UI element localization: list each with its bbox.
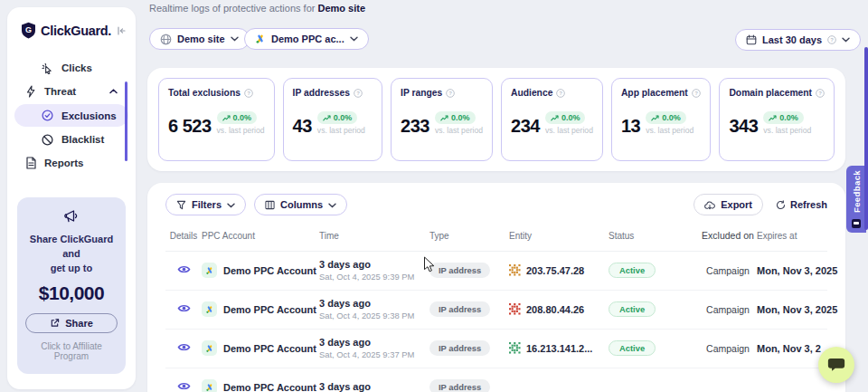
stat-caption: vs. last period [545,126,593,135]
eye-icon[interactable] [177,264,191,274]
google-ads-icon [255,33,266,44]
delta-badge: 0.0% [763,111,804,124]
question-circle-icon[interactable]: ? [556,89,565,98]
page-scrollbar-thumb[interactable] [864,47,868,230]
table-row[interactable]: Demo PPC Account 3 days agoSat, Oct 4, 2… [165,291,827,330]
entity-value: 16.213.141.2... [526,343,592,354]
blacklist-icon [42,134,53,146]
chevron-down-icon [227,199,235,210]
question-circle-icon[interactable]: ? [244,89,253,98]
type-badge: IP address [429,379,490,392]
excluded-on-value: Campaign [699,304,757,315]
delta-badge: 0.0% [217,111,258,124]
question-circle-icon[interactable]: ? [446,89,455,98]
identicon [509,264,521,276]
question-circle-icon[interactable]: ? [816,89,825,98]
svg-text:?: ? [560,91,563,96]
svg-text:?: ? [818,91,822,96]
chevron-down-icon [350,36,358,42]
sidebar-item-threat[interactable]: Threat [14,81,128,102]
excluded-on-value: Campaign [699,343,757,354]
clicks-icon [42,62,53,74]
columns-icon [265,200,275,210]
expires-at-value: Mon, Nov 3, 2025 [757,265,837,276]
type-badge: IP address [429,301,490,317]
stat-label: IP addresses [293,88,350,98]
delta-badge: 0.0% [646,111,686,124]
svg-text:G: G [25,25,32,34]
question-circle-icon: ? [827,35,836,44]
promo-line1: Share ClickGuard and [24,233,118,262]
stat-caption: vs. last period [646,126,693,135]
stat-caption: vs. last period [317,126,365,135]
svg-text:?: ? [247,91,250,96]
page-title-site: Demo site [317,3,365,14]
exclusions-icon [42,110,53,121]
status-badge: Active [609,340,656,356]
question-circle-icon[interactable]: ? [354,89,363,98]
eye-icon[interactable] [177,342,191,352]
col-time: Time [319,231,429,241]
entity-value: 203.75.47.28 [526,265,584,276]
sidebar-scrollbar-thumb[interactable] [125,81,127,161]
eye-icon[interactable] [177,303,191,313]
svg-text:?: ? [830,37,834,43]
stat-card-ip-ranges: IP ranges ? 233 0.0% vs. last period [391,78,493,161]
status-badge: Active [609,263,656,278]
trend-up-icon [651,115,659,121]
table-row[interactable]: Demo PPC Account 3 days agoSat, Oct 4, 2… [165,252,827,291]
account-name: Demo PPC Account [223,304,316,315]
columns-button[interactable]: Columns [254,194,347,215]
sidebar-item-exclusions[interactable]: Exclusions [14,104,128,127]
share-button[interactable]: Share [25,313,118,333]
question-circle-icon[interactable]: ? [692,89,701,98]
trend-up-icon [222,115,231,121]
chevron-down-icon [328,199,336,210]
calendar-icon [746,34,757,45]
export-button[interactable]: Export [693,194,763,215]
brand-name: ClickGuard. [41,24,111,38]
filters-button[interactable]: Filters [165,194,246,215]
google-ads-icon [202,379,217,392]
col-entity: Entity [509,231,609,241]
stats-panel: Total exclusions ? 6 523 0.0% vs. last p… [147,68,845,171]
feedback-tab-label: Feedback [852,170,862,213]
eye-icon[interactable] [177,381,191,391]
chevron-down-icon [231,36,239,42]
svg-text:?: ? [448,91,452,96]
threat-icon [25,85,36,98]
google-ads-icon [202,263,217,278]
stat-value: 13 [621,118,640,135]
external-link-icon [50,318,60,328]
affiliate-caption[interactable]: Click to Affiliate Program [24,341,118,361]
ppc-account-filter-dropdown[interactable]: Demo PPC ac... [244,28,369,50]
sidebar-item-clicks[interactable]: Clicks [14,57,128,79]
time-relative: 3 days ago [319,381,429,392]
table-row[interactable]: Demo PPC Account 3 days ago IP address [165,368,827,392]
sidebar-collapse-icon[interactable] [116,25,127,36]
status-badge: Active [609,301,656,317]
date-range-dropdown[interactable]: Last 30 days ? [735,29,861,51]
time-relative: 3 days ago [319,259,429,270]
stat-card-domain-placement: Domain placement ? 343 0.0% vs. last per… [719,78,835,161]
table-row[interactable]: Demo PPC Account 3 days agoSat, Oct 4, 2… [165,330,827,368]
refresh-button[interactable]: Refresh [776,199,827,210]
stat-caption: vs. last period [435,126,483,135]
promo-line2: get up to [24,262,118,276]
globe-icon [160,33,172,45]
reports-icon [25,157,36,169]
stat-card-audience: Audience ? 234 0.0% vs. last period [501,78,603,161]
chat-widget-button[interactable] [818,347,854,383]
sidebar-item-blacklist[interactable]: Blacklist [14,129,128,150]
delta-badge: 0.0% [317,111,358,124]
stat-label: Domain placement [729,88,812,98]
trend-up-icon [440,115,448,121]
col-status: Status [609,231,699,241]
clickguard-logo-icon: G [21,22,36,39]
sidebar-item-reports[interactable]: Reports [14,152,128,174]
time-absolute: Sat, Oct 4, 2025 9:37 PM [319,349,429,359]
site-filter-dropdown[interactable]: Demo site [149,28,250,50]
time-relative: 3 days ago [319,298,429,309]
feedback-tab[interactable]: Feedback [846,166,866,233]
type-badge: IP address [429,263,490,278]
